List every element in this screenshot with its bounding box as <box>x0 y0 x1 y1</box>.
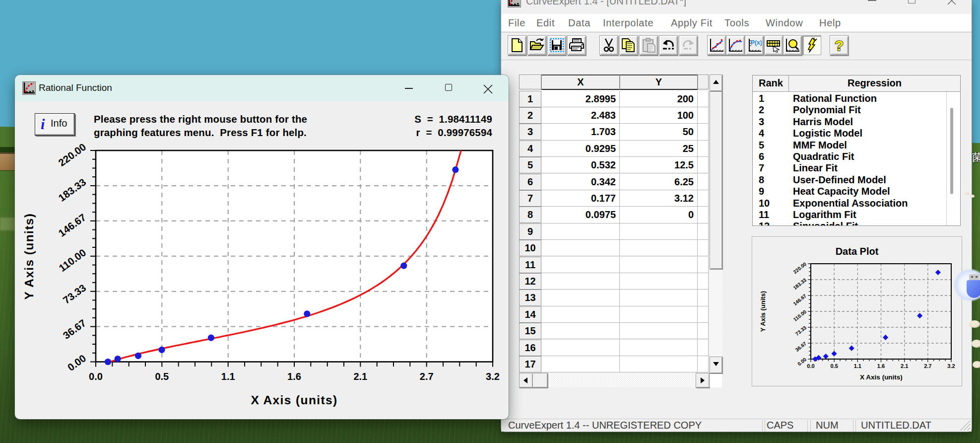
svg-text:220.00: 220.00 <box>792 261 807 275</box>
svg-text:3.2: 3.2 <box>486 371 500 382</box>
svg-text:0.0: 0.0 <box>89 371 103 382</box>
svg-text:0.0: 0.0 <box>807 363 814 369</box>
svg-text:2.7: 2.7 <box>420 371 434 382</box>
svg-text:146.67: 146.67 <box>56 211 88 238</box>
svg-text:Y Axis (units): Y Axis (units) <box>22 213 36 300</box>
svg-text:3.2: 3.2 <box>947 363 955 369</box>
svg-text:183.33: 183.33 <box>56 176 88 204</box>
svg-text:146.67: 146.67 <box>792 293 807 307</box>
svg-text:Y Axis (units): Y Axis (units) <box>759 291 767 332</box>
svg-text:73.33: 73.33 <box>794 325 808 337</box>
svg-text:0.00: 0.00 <box>65 352 88 373</box>
svg-text:36.67: 36.67 <box>61 317 88 341</box>
svg-text:2.1: 2.1 <box>353 371 367 382</box>
svg-text:1.1: 1.1 <box>221 371 235 382</box>
svg-text:0.00: 0.00 <box>796 357 807 367</box>
svg-text:2.1: 2.1 <box>901 363 908 369</box>
svg-text:183.33: 183.33 <box>792 277 807 291</box>
svg-text:1.1: 1.1 <box>854 363 861 369</box>
svg-text:36.67: 36.67 <box>794 341 808 353</box>
svg-text:1.6: 1.6 <box>877 363 885 369</box>
svg-text:220.00: 220.00 <box>56 141 88 168</box>
svg-text:?: ? <box>835 38 844 53</box>
svg-text:X Axis (units): X Axis (units) <box>251 393 337 407</box>
svg-text:P(x): P(x) <box>751 39 762 46</box>
svg-text:110.00: 110.00 <box>57 246 88 274</box>
svg-text:2.7: 2.7 <box>924 363 931 369</box>
svg-text:110.00: 110.00 <box>792 309 808 322</box>
svg-text:X Axis (units): X Axis (units) <box>860 373 903 381</box>
svg-text:1.6: 1.6 <box>287 371 301 382</box>
svg-text:0.5: 0.5 <box>155 371 169 382</box>
svg-text:73.33: 73.33 <box>61 282 88 306</box>
svg-text:0.5: 0.5 <box>831 363 838 369</box>
